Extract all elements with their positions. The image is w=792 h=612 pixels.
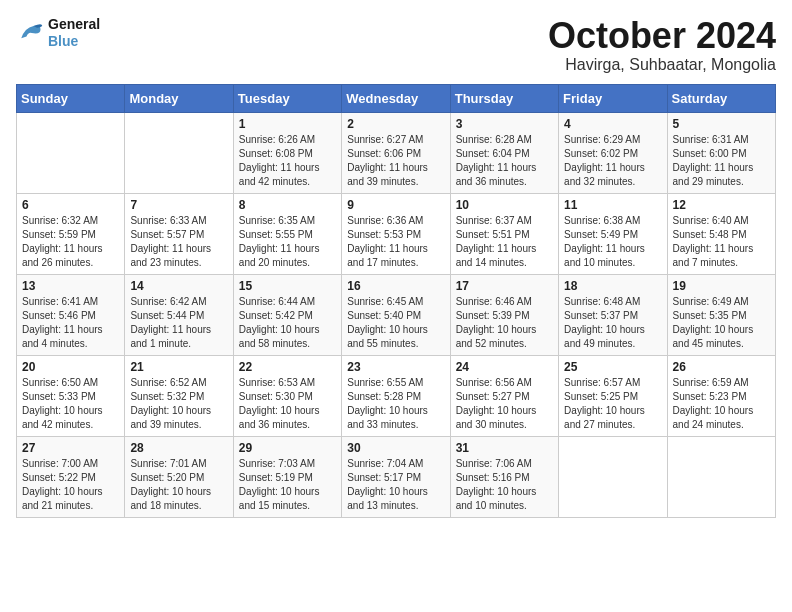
day-detail: Sunrise: 7:00 AMSunset: 5:22 PMDaylight:…: [22, 457, 119, 513]
day-detail: Sunrise: 6:53 AMSunset: 5:30 PMDaylight:…: [239, 376, 336, 432]
day-of-week-header: Tuesday: [233, 84, 341, 112]
day-detail: Sunrise: 6:56 AMSunset: 5:27 PMDaylight:…: [456, 376, 553, 432]
calendar-week-row: 20Sunrise: 6:50 AMSunset: 5:33 PMDayligh…: [17, 355, 776, 436]
day-number: 21: [130, 360, 227, 374]
calendar-cell: 23Sunrise: 6:55 AMSunset: 5:28 PMDayligh…: [342, 355, 450, 436]
day-detail: Sunrise: 6:52 AMSunset: 5:32 PMDaylight:…: [130, 376, 227, 432]
calendar-cell: 24Sunrise: 6:56 AMSunset: 5:27 PMDayligh…: [450, 355, 558, 436]
calendar-week-row: 1Sunrise: 6:26 AMSunset: 6:08 PMDaylight…: [17, 112, 776, 193]
day-number: 15: [239, 279, 336, 293]
calendar-cell: 10Sunrise: 6:37 AMSunset: 5:51 PMDayligh…: [450, 193, 558, 274]
day-number: 1: [239, 117, 336, 131]
day-number: 23: [347, 360, 444, 374]
calendar-cell: 12Sunrise: 6:40 AMSunset: 5:48 PMDayligh…: [667, 193, 775, 274]
day-detail: Sunrise: 7:01 AMSunset: 5:20 PMDaylight:…: [130, 457, 227, 513]
day-of-week-header: Sunday: [17, 84, 125, 112]
calendar-cell: 30Sunrise: 7:04 AMSunset: 5:17 PMDayligh…: [342, 436, 450, 517]
day-detail: Sunrise: 6:37 AMSunset: 5:51 PMDaylight:…: [456, 214, 553, 270]
day-number: 14: [130, 279, 227, 293]
calendar-cell: 11Sunrise: 6:38 AMSunset: 5:49 PMDayligh…: [559, 193, 667, 274]
calendar-cell: 18Sunrise: 6:48 AMSunset: 5:37 PMDayligh…: [559, 274, 667, 355]
calendar-cell: 16Sunrise: 6:45 AMSunset: 5:40 PMDayligh…: [342, 274, 450, 355]
day-number: 22: [239, 360, 336, 374]
calendar-cell: 8Sunrise: 6:35 AMSunset: 5:55 PMDaylight…: [233, 193, 341, 274]
day-number: 26: [673, 360, 770, 374]
calendar-cell: [125, 112, 233, 193]
logo: General Blue: [16, 16, 100, 50]
page-header: General Blue October 2024 Havirga, Suhba…: [16, 16, 776, 74]
logo-blue: Blue: [48, 33, 78, 49]
calendar-cell: 9Sunrise: 6:36 AMSunset: 5:53 PMDaylight…: [342, 193, 450, 274]
calendar-cell: 6Sunrise: 6:32 AMSunset: 5:59 PMDaylight…: [17, 193, 125, 274]
calendar-cell: 2Sunrise: 6:27 AMSunset: 6:06 PMDaylight…: [342, 112, 450, 193]
day-detail: Sunrise: 6:42 AMSunset: 5:44 PMDaylight:…: [130, 295, 227, 351]
day-detail: Sunrise: 6:48 AMSunset: 5:37 PMDaylight:…: [564, 295, 661, 351]
calendar-cell: 17Sunrise: 6:46 AMSunset: 5:39 PMDayligh…: [450, 274, 558, 355]
day-number: 8: [239, 198, 336, 212]
day-detail: Sunrise: 7:03 AMSunset: 5:19 PMDaylight:…: [239, 457, 336, 513]
day-detail: Sunrise: 7:06 AMSunset: 5:16 PMDaylight:…: [456, 457, 553, 513]
day-number: 3: [456, 117, 553, 131]
calendar-cell: 7Sunrise: 6:33 AMSunset: 5:57 PMDaylight…: [125, 193, 233, 274]
calendar-cell: 28Sunrise: 7:01 AMSunset: 5:20 PMDayligh…: [125, 436, 233, 517]
day-of-week-header: Thursday: [450, 84, 558, 112]
calendar-cell: 26Sunrise: 6:59 AMSunset: 5:23 PMDayligh…: [667, 355, 775, 436]
day-number: 7: [130, 198, 227, 212]
day-detail: Sunrise: 6:36 AMSunset: 5:53 PMDaylight:…: [347, 214, 444, 270]
calendar-week-row: 13Sunrise: 6:41 AMSunset: 5:46 PMDayligh…: [17, 274, 776, 355]
day-detail: Sunrise: 6:50 AMSunset: 5:33 PMDaylight:…: [22, 376, 119, 432]
calendar-cell: 13Sunrise: 6:41 AMSunset: 5:46 PMDayligh…: [17, 274, 125, 355]
calendar-cell: 19Sunrise: 6:49 AMSunset: 5:35 PMDayligh…: [667, 274, 775, 355]
calendar-cell: 22Sunrise: 6:53 AMSunset: 5:30 PMDayligh…: [233, 355, 341, 436]
day-of-week-header: Saturday: [667, 84, 775, 112]
calendar-cell: 1Sunrise: 6:26 AMSunset: 6:08 PMDaylight…: [233, 112, 341, 193]
day-number: 9: [347, 198, 444, 212]
day-number: 31: [456, 441, 553, 455]
day-detail: Sunrise: 6:33 AMSunset: 5:57 PMDaylight:…: [130, 214, 227, 270]
day-number: 4: [564, 117, 661, 131]
day-number: 19: [673, 279, 770, 293]
logo-general: General: [48, 16, 100, 32]
calendar-cell: 29Sunrise: 7:03 AMSunset: 5:19 PMDayligh…: [233, 436, 341, 517]
day-of-week-header: Wednesday: [342, 84, 450, 112]
day-number: 29: [239, 441, 336, 455]
day-number: 11: [564, 198, 661, 212]
calendar-cell: 21Sunrise: 6:52 AMSunset: 5:32 PMDayligh…: [125, 355, 233, 436]
day-detail: Sunrise: 6:57 AMSunset: 5:25 PMDaylight:…: [564, 376, 661, 432]
calendar-subtitle: Havirga, Suhbaatar, Mongolia: [548, 56, 776, 74]
day-number: 27: [22, 441, 119, 455]
day-detail: Sunrise: 6:41 AMSunset: 5:46 PMDaylight:…: [22, 295, 119, 351]
day-detail: Sunrise: 6:59 AMSunset: 5:23 PMDaylight:…: [673, 376, 770, 432]
calendar-cell: [559, 436, 667, 517]
day-detail: Sunrise: 6:38 AMSunset: 5:49 PMDaylight:…: [564, 214, 661, 270]
calendar-cell: 3Sunrise: 6:28 AMSunset: 6:04 PMDaylight…: [450, 112, 558, 193]
calendar-cell: 31Sunrise: 7:06 AMSunset: 5:16 PMDayligh…: [450, 436, 558, 517]
calendar-header-row: SundayMondayTuesdayWednesdayThursdayFrid…: [17, 84, 776, 112]
calendar-table: SundayMondayTuesdayWednesdayThursdayFrid…: [16, 84, 776, 518]
day-detail: Sunrise: 6:49 AMSunset: 5:35 PMDaylight:…: [673, 295, 770, 351]
day-number: 2: [347, 117, 444, 131]
day-of-week-header: Monday: [125, 84, 233, 112]
day-number: 17: [456, 279, 553, 293]
logo-bird-icon: [16, 19, 44, 47]
day-number: 24: [456, 360, 553, 374]
calendar-cell: 20Sunrise: 6:50 AMSunset: 5:33 PMDayligh…: [17, 355, 125, 436]
day-number: 10: [456, 198, 553, 212]
calendar-cell: 25Sunrise: 6:57 AMSunset: 5:25 PMDayligh…: [559, 355, 667, 436]
calendar-week-row: 6Sunrise: 6:32 AMSunset: 5:59 PMDaylight…: [17, 193, 776, 274]
day-detail: Sunrise: 7:04 AMSunset: 5:17 PMDaylight:…: [347, 457, 444, 513]
calendar-cell: 14Sunrise: 6:42 AMSunset: 5:44 PMDayligh…: [125, 274, 233, 355]
day-detail: Sunrise: 6:32 AMSunset: 5:59 PMDaylight:…: [22, 214, 119, 270]
day-detail: Sunrise: 6:55 AMSunset: 5:28 PMDaylight:…: [347, 376, 444, 432]
day-number: 25: [564, 360, 661, 374]
day-number: 30: [347, 441, 444, 455]
day-of-week-header: Friday: [559, 84, 667, 112]
day-detail: Sunrise: 6:26 AMSunset: 6:08 PMDaylight:…: [239, 133, 336, 189]
calendar-cell: 27Sunrise: 7:00 AMSunset: 5:22 PMDayligh…: [17, 436, 125, 517]
day-number: 13: [22, 279, 119, 293]
calendar-cell: [667, 436, 775, 517]
day-detail: Sunrise: 6:40 AMSunset: 5:48 PMDaylight:…: [673, 214, 770, 270]
calendar-cell: 15Sunrise: 6:44 AMSunset: 5:42 PMDayligh…: [233, 274, 341, 355]
title-block: October 2024 Havirga, Suhbaatar, Mongoli…: [548, 16, 776, 74]
day-detail: Sunrise: 6:46 AMSunset: 5:39 PMDaylight:…: [456, 295, 553, 351]
